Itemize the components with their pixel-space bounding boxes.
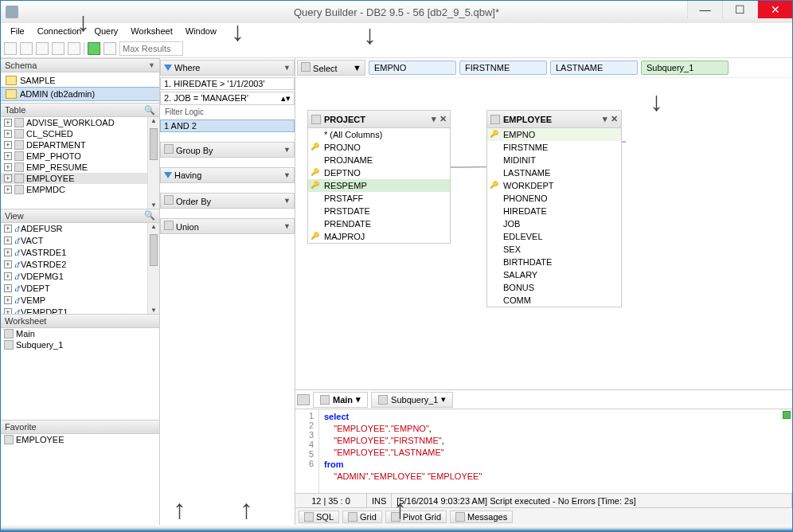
result-tab-messages[interactable]: Messages	[450, 510, 513, 523]
column-item[interactable]: BONUS	[487, 281, 621, 294]
select-header[interactable]: Select▼	[297, 60, 365, 76]
table-project[interactable]: PROJECT▾✕ * (All Columns)PROJNOPROJNAMED…	[307, 110, 451, 244]
max-results-input[interactable]	[119, 41, 183, 56]
view-item[interactable]: +ᵭVEMP	[1, 295, 159, 307]
close-button[interactable]: ✕	[757, 1, 792, 18]
expand-icon[interactable]: +	[4, 272, 12, 280]
open-icon[interactable]	[20, 42, 33, 55]
table-item[interactable]: +CL_SCHED	[1, 128, 159, 139]
expand-icon[interactable]: +	[4, 260, 12, 268]
select-column-pill[interactable]: FIRSTNME	[459, 61, 547, 75]
filter-logic-input[interactable]: 1 AND 2	[160, 119, 295, 132]
table-item[interactable]: +EMP_RESUME	[1, 162, 159, 173]
expand-icon[interactable]: +	[4, 119, 12, 127]
menu-window[interactable]: Window	[179, 25, 223, 37]
run-icon[interactable]	[88, 42, 100, 55]
tab-main[interactable]: Main▾	[313, 392, 368, 408]
column-item[interactable]: HIREDATE	[487, 205, 621, 217]
orderby-header[interactable]: Order By▼	[160, 193, 295, 209]
table-item[interactable]: +EMPMDC	[1, 184, 159, 195]
where-header[interactable]: Where▼	[160, 60, 295, 76]
column-item[interactable]: MIDINIT	[487, 154, 621, 166]
table-item[interactable]: +ADVISE_WORKLOAD	[1, 117, 159, 128]
close-icon[interactable]: ✕	[611, 114, 618, 124]
column-item[interactable]: SEX	[487, 243, 621, 256]
chevron-down-icon[interactable]: ▾	[603, 114, 607, 124]
view-item[interactable]: +ᵭVDEPMG1	[1, 271, 159, 283]
view-item[interactable]: +ᵭADEFUSR	[1, 223, 159, 235]
scrollbar[interactable]	[147, 117, 159, 209]
table-item[interactable]: +EMPLOYEE	[1, 173, 159, 184]
view-item[interactable]: +ᵭVASTRDE2	[1, 259, 159, 271]
column-item[interactable]: RESPEMP	[308, 179, 450, 192]
table-header[interactable]: Table🔍	[1, 103, 159, 117]
column-item[interactable]: LASTNAME	[487, 166, 621, 179]
favorite-item[interactable]: EMPLOYEE	[1, 434, 159, 445]
column-item[interactable]: SALARY	[487, 268, 621, 281]
worksheet-item[interactable]: Main	[1, 328, 159, 339]
tab-subquery[interactable]: Subquery_1▾	[371, 392, 453, 408]
expand-icon[interactable]: +	[4, 237, 12, 244]
union-header[interactable]: Union▼	[160, 218, 295, 234]
table-item[interactable]: +EMP_PHOTO	[1, 151, 159, 162]
column-item[interactable]: PRSTDATE	[308, 205, 450, 217]
column-item[interactable]: PRSTAFF	[308, 192, 450, 205]
worksheet-item[interactable]: Subquery_1	[1, 339, 159, 350]
favorite-header[interactable]: Favorite	[1, 420, 159, 434]
schema-header[interactable]: Schema▼	[1, 58, 159, 72]
expand-icon[interactable]: +	[4, 248, 12, 256]
save-icon[interactable]	[36, 42, 49, 55]
column-item[interactable]: WORKDEPT	[487, 179, 621, 192]
column-item[interactable]: DEPTNO	[308, 166, 450, 179]
close-icon[interactable]: ✕	[439, 114, 447, 124]
select-column-pill[interactable]: EMPNO	[369, 61, 456, 75]
menu-query[interactable]: Query	[88, 25, 124, 37]
search-icon[interactable]: 🔍	[144, 105, 155, 115]
menu-connection[interactable]: Connection	[31, 25, 88, 37]
chevron-down-icon[interactable]: ▾	[432, 114, 436, 124]
db-icon[interactable]	[68, 42, 80, 55]
result-tab-sql[interactable]: SQL	[299, 510, 339, 523]
expand-icon[interactable]: +	[4, 152, 12, 160]
view-item[interactable]: +ᵭVASTRDE1	[1, 247, 159, 259]
sql-editor[interactable]: 123456 select "EMPLOYEE"."EMPNO", "EMPLO…	[295, 409, 792, 493]
having-header[interactable]: Having▼	[160, 167, 295, 183]
column-item[interactable]: COMM	[487, 294, 621, 307]
expand-icon[interactable]: +	[4, 308, 12, 314]
column-item[interactable]: JOB	[487, 217, 621, 230]
view-header[interactable]: View🔍	[1, 209, 159, 223]
new-icon[interactable]	[4, 42, 17, 55]
search-icon[interactable]: 🔍	[144, 210, 155, 221]
where-condition[interactable]: 2. JOB = 'MANAGER'▴▾	[160, 92, 295, 105]
column-item[interactable]: PRENDATE	[308, 217, 450, 230]
minimize-button[interactable]: —	[687, 1, 722, 18]
expand-icon[interactable]: +	[4, 225, 12, 233]
result-tab-grid[interactable]: Grid	[342, 510, 382, 523]
schema-item[interactable]: ADMIN (db2admin)	[1, 87, 159, 101]
select-column-pill[interactable]: LASTNAME	[550, 61, 638, 75]
view-item[interactable]: +ᵭVDEPT	[1, 283, 159, 295]
column-item[interactable]: BIRTHDATE	[487, 256, 621, 268]
column-item[interactable]: PROJNO	[308, 141, 450, 154]
save-all-icon[interactable]	[52, 42, 64, 55]
hamburger-icon[interactable]	[297, 394, 310, 405]
result-tab-pivot-grid[interactable]: Pivot Grid	[385, 510, 447, 523]
view-item[interactable]: +ᵭVEMPDPT1	[1, 307, 159, 315]
schema-item[interactable]: SAMPLE	[1, 74, 159, 87]
expand-icon[interactable]: +	[4, 141, 12, 149]
worksheet-header[interactable]: Worksheet	[1, 314, 159, 328]
check-icon[interactable]	[104, 42, 116, 55]
table-employee[interactable]: EMPLOYEE▾✕ EMPNOFIRSTNMEMIDINITLASTNAMEW…	[486, 110, 622, 307]
maximize-button[interactable]: ☐	[722, 1, 757, 18]
menu-worksheet[interactable]: Worksheet	[124, 25, 178, 37]
column-item[interactable]: EMPNO	[487, 128, 621, 141]
expand-icon[interactable]: +	[4, 296, 12, 304]
groupby-header[interactable]: Group By▼	[160, 142, 295, 158]
spin-icon[interactable]: ▴▾	[281, 93, 291, 104]
expand-icon[interactable]: +	[4, 174, 12, 182]
menu-file[interactable]: File	[4, 25, 31, 37]
diagram-canvas[interactable]: ⊆ PROJECT▾✕ * (All Columns)PROJNOPROJNAM…	[295, 77, 792, 389]
column-item[interactable]: PHONENO	[487, 192, 621, 205]
select-subquery-pill[interactable]: Subquery_1	[641, 61, 729, 75]
column-item[interactable]: * (All Columns)	[308, 128, 450, 141]
